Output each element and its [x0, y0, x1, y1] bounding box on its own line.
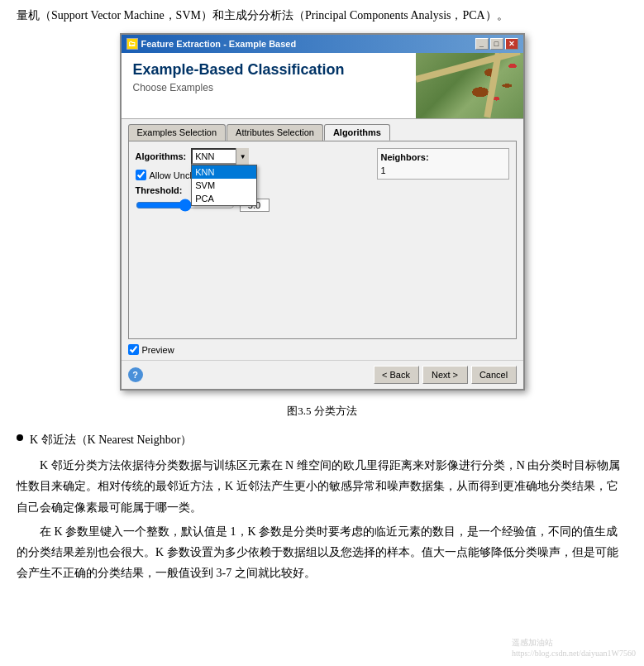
tab-attributes-selection[interactable]: Attributes Selection — [227, 124, 323, 141]
map-image — [416, 53, 523, 118]
tab-examples-selection[interactable]: Examples Selection — [128, 124, 227, 141]
dialog-wrapper: 🗂 Feature Extraction - Example Based _ □… — [0, 30, 644, 397]
tab-algorithms-label: Algorithms — [333, 127, 381, 137]
title-bar-controls: _ □ ✕ — [475, 38, 518, 50]
figure-caption: 图3.5 分类方法 — [0, 397, 644, 427]
watermark: 遥感加油站https://blog.csdn.net/daiyuan1W7560 — [512, 637, 636, 658]
cancel-button[interactable]: Cancel — [471, 366, 517, 384]
preview-checkbox[interactable] — [128, 344, 139, 355]
body-section: K 邻近法（K Nearest Neighbor） K 邻近分类方法依据待分类数… — [0, 427, 644, 590]
maximize-button[interactable]: □ — [490, 38, 503, 50]
dialog-header-title: Example-Based Classification — [133, 61, 404, 79]
algorithm-option-knn[interactable]: KNN — [192, 165, 256, 179]
tab-attributes-selection-label: Attributes Selection — [236, 127, 314, 137]
tab-algorithms[interactable]: Algorithms — [324, 124, 390, 141]
road-horizontal — [416, 53, 521, 83]
help-button[interactable]: ? — [128, 367, 143, 382]
dialog-header-subtitle: Choose Examples — [133, 82, 404, 93]
dialog-header-text: Example-Based Classification Choose Exam… — [122, 53, 416, 118]
top-text-content: 量机（Support Vector Machine，SVM）和主成分分析法（Pr… — [17, 9, 508, 22]
map-simulation — [416, 53, 523, 118]
algo-select-container: KNN ▼ KNN SVM PCA — [191, 148, 249, 165]
algorithm-select-display[interactable]: KNN ▼ — [191, 148, 249, 165]
neighbors-value: 1 — [381, 165, 505, 175]
dialog-title: Feature Extraction - Example Based — [141, 39, 297, 49]
minimize-button[interactable]: _ — [475, 38, 489, 50]
bullet-heading: K 邻近法（K Nearest Neighbor） — [30, 430, 192, 450]
allow-unclassified-checkbox[interactable] — [136, 170, 146, 180]
top-paragraph: 量机（Support Vector Machine，SVM）和主成分分析法（Pr… — [0, 0, 644, 30]
bullet-item-knn: K 邻近法（K Nearest Neighbor） — [17, 430, 627, 450]
close-button[interactable]: ✕ — [505, 38, 518, 50]
paragraph-2: 在 K 参数里键入一个整数，默认值是 1，K 参数是分类时要考虑的临近元素的数目… — [17, 521, 627, 584]
algorithm-option-svm[interactable]: SVM — [192, 179, 256, 192]
paragraph-1: K 邻近分类方法依据待分类数据与训练区元素在 N 维空间的欧几里得距离来对影像进… — [17, 455, 627, 518]
algorithm-dropdown-open: KNN SVM PCA — [191, 165, 257, 206]
dialog-icon: 🗂 — [126, 38, 138, 50]
neighbors-panel: Neighbors: 1 — [377, 148, 509, 180]
algorithm-selected-value: KNN — [195, 151, 214, 161]
algorithm-row: Algorithms: KNN ▼ KNN S — [136, 148, 369, 165]
dialog-header: Example-Based Classification Choose Exam… — [122, 53, 523, 119]
neighbors-label: Neighbors: — [381, 152, 505, 162]
algorithm-option-pca[interactable]: PCA — [192, 192, 256, 205]
title-bar: 🗂 Feature Extraction - Example Based _ □… — [122, 35, 523, 53]
tabs-container: Examples Selection Attributes Selection … — [122, 119, 523, 141]
preview-label: Preview — [142, 345, 174, 355]
preview-row: Preview — [122, 339, 523, 360]
back-button[interactable]: < Back — [374, 366, 419, 384]
tab-examples-selection-label: Examples Selection — [137, 127, 217, 137]
title-bar-left: 🗂 Feature Extraction - Example Based — [126, 38, 297, 50]
dropdown-arrow-icon: ▼ — [236, 148, 249, 165]
feature-extraction-dialog: 🗂 Feature Extraction - Example Based _ □… — [120, 33, 525, 390]
algorithm-dropdown-wrapper: KNN ▼ KNN SVM PCA — [191, 148, 249, 165]
dialog-footer: ? < Back Next > Cancel — [122, 360, 523, 389]
tab-algorithms-content: Neighbors: 1 Algorithms: KNN ▼ — [128, 141, 517, 339]
bullet-dot — [17, 434, 23, 441]
algorithms-label: Algorithms: — [136, 151, 187, 161]
next-button[interactable]: Next > — [422, 366, 468, 384]
